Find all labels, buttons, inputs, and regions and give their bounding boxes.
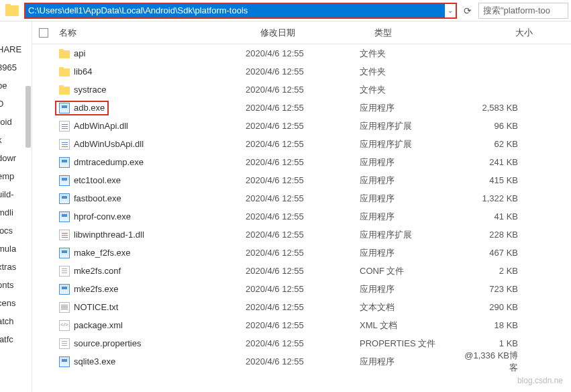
- refresh-button[interactable]: ⟳: [460, 3, 476, 19]
- file-type: 文本文档: [360, 301, 462, 313]
- sidebar-item[interactable]: latfc: [0, 330, 21, 348]
- folder-icon: [59, 87, 70, 95]
- file-row[interactable]: sqlite3.exe 2020/4/6 12:55 应用程序 @1,336 K…: [32, 352, 571, 371]
- file-type: 应用程序: [360, 356, 462, 368]
- search-input[interactable]: 搜索"platform-too: [478, 3, 568, 19]
- file-row[interactable]: dmtracedump.exe 2020/4/6 12:55 应用程序 241 …: [32, 153, 571, 171]
- sidebar-item[interactable]: HARE: [0, 40, 21, 58]
- file-size: 2,583 KB: [462, 103, 529, 113]
- sidebar-item[interactable]: mula: [0, 240, 21, 258]
- file-name: AdbWinUsbApi.dll: [74, 139, 144, 149]
- file-date: 2020/4/6 12:55: [246, 266, 360, 276]
- file-row[interactable]: etc1tool.exe 2020/4/6 12:55 应用程序 415 KB: [32, 171, 571, 189]
- file-row[interactable]: make_f2fs.exe 2020/4/6 12:55 应用程序 467 KB: [32, 244, 571, 262]
- file-name: adb.exe: [74, 103, 105, 113]
- file-icon: [59, 338, 70, 349]
- sidebar-item[interactable]: atch: [0, 312, 21, 330]
- file-row[interactable]: libwinpthread-1.dll 2020/4/6 12:55 应用程序扩…: [32, 226, 571, 244]
- file-row[interactable]: api 2020/4/6 12:55 文件夹: [32, 44, 571, 62]
- file-size: 1 KB: [462, 338, 529, 348]
- dll-icon: [59, 121, 70, 132]
- file-name: NOTICE.txt: [74, 302, 118, 312]
- sidebar-item[interactable]: emp: [0, 167, 21, 185]
- file-size: 41 KB: [462, 211, 529, 222]
- file-size: 96 KB: [462, 121, 529, 131]
- sidebar-item[interactable]: onts: [0, 276, 21, 294]
- file-row[interactable]: systrace 2020/4/6 12:55 文件夹: [32, 81, 571, 99]
- file-type: 文件夹: [360, 66, 462, 78]
- file-name: dmtracedump.exe: [74, 157, 144, 167]
- file-name: api: [74, 48, 85, 58]
- file-type: 应用程序扩展: [360, 120, 462, 132]
- sidebar-item[interactable]: be: [0, 77, 21, 95]
- column-name[interactable]: 名称: [59, 27, 260, 39]
- dll-icon: [59, 230, 70, 240]
- file-date: 2020/4/6 12:55: [246, 302, 360, 312]
- file-type: 应用程序扩展: [360, 229, 462, 241]
- file-type: 应用程序扩展: [360, 138, 462, 150]
- file-date: 2020/4/6 12:55: [246, 193, 360, 203]
- toolbar: C:\Users\dell1\AppData\Local\Android\Sdk…: [0, 0, 571, 21]
- sidebar-scrollbar-thumb[interactable]: [25, 86, 31, 148]
- file-date: 2020/4/6 12:55: [246, 48, 360, 58]
- file-size: 241 KB: [462, 157, 529, 167]
- file-row[interactable]: mke2fs.exe 2020/4/6 12:55 应用程序 723 KB: [32, 280, 571, 298]
- address-dropdown-icon[interactable]: ⌄: [445, 7, 456, 14]
- file-type: 应用程序: [360, 175, 462, 187]
- sidebar-item[interactable]: roid: [0, 113, 21, 131]
- column-size[interactable]: 大小: [476, 27, 543, 39]
- file-type: CONF 文件: [360, 265, 462, 277]
- file-row[interactable]: lib64 2020/4/6 12:55 文件夹: [32, 62, 571, 81]
- exe-icon: [59, 356, 70, 367]
- file-date: 2020/4/6 12:55: [246, 121, 360, 131]
- file-type: 文件夹: [360, 84, 462, 96]
- file-name: etc1tool.exe: [74, 175, 121, 185]
- file-name: make_f2fs.exe: [74, 248, 131, 258]
- file-size: 18 KB: [462, 320, 529, 330]
- file-name: hprof-conv.exe: [74, 211, 131, 222]
- file-row[interactable]: hprof-conv.exe 2020/4/6 12:55 应用程序 41 KB: [32, 207, 571, 226]
- sidebar[interactable]: HARE3965beDroidkdowrempuild-mdlilocsmula…: [0, 21, 32, 392]
- file-type: 应用程序: [360, 211, 462, 223]
- file-date: 2020/4/6 12:55: [246, 175, 360, 185]
- highlight-box: adb.exe: [55, 101, 109, 115]
- file-row[interactable]: mke2fs.conf 2020/4/6 12:55 CONF 文件 2 KB: [32, 262, 571, 280]
- sidebar-item[interactable]: cens: [0, 294, 21, 312]
- file-row[interactable]: AdbWinApi.dll 2020/4/6 12:55 应用程序扩展 96 K…: [32, 117, 571, 135]
- address-bar-highlight: C:\Users\dell1\AppData\Local\Android\Sdk…: [24, 3, 457, 19]
- file-date: 2020/4/6 12:55: [246, 66, 360, 77]
- file-list: 名称 修改日期 类型 大小 api 2020/4/6 12:55 文件夹 lib…: [32, 21, 571, 392]
- dll-icon: [59, 139, 70, 150]
- file-row[interactable]: AdbWinUsbApi.dll 2020/4/6 12:55 应用程序扩展 6…: [32, 135, 571, 153]
- file-row[interactable]: NOTICE.txt 2020/4/6 12:55 文本文档 290 KB: [32, 298, 571, 316]
- file-size: @1,336 KB博客: [462, 350, 529, 374]
- file-size: 723 KB: [462, 284, 529, 294]
- file-row[interactable]: package.xml 2020/4/6 12:55 XML 文档 18 KB: [32, 316, 571, 334]
- column-date[interactable]: 修改日期: [260, 27, 374, 39]
- folder-icon: [59, 68, 70, 77]
- file-size: 228 KB: [462, 230, 529, 240]
- sidebar-item[interactable]: k: [0, 131, 21, 149]
- sidebar-item[interactable]: uild-: [0, 185, 21, 203]
- file-date: 2020/4/6 12:55: [246, 85, 360, 95]
- file-row[interactable]: adb.exe 2020/4/6 12:55 应用程序 2,583 KB: [32, 99, 571, 117]
- sidebar-item[interactable]: locs: [0, 222, 21, 240]
- file-date: 2020/4/6 12:55: [246, 320, 360, 330]
- txt-icon: [59, 302, 70, 313]
- file-type: 应用程序: [360, 247, 462, 259]
- file-name: lib64: [74, 66, 92, 77]
- file-row[interactable]: fastboot.exe 2020/4/6 12:55 应用程序 1,322 K…: [32, 189, 571, 207]
- address-bar[interactable]: C:\Users\dell1\AppData\Local\Android\Sdk…: [25, 4, 445, 17]
- file-type: 应用程序: [360, 193, 462, 205]
- select-all-checkbox[interactable]: [39, 28, 48, 38]
- file-date: 2020/4/6 12:55: [246, 139, 360, 149]
- exe-icon: [59, 103, 70, 113]
- sidebar-item[interactable]: 3965: [0, 58, 21, 77]
- file-name: source.properties: [74, 338, 141, 348]
- file-date: 2020/4/6 12:55: [246, 338, 360, 348]
- sidebar-item[interactable]: dowr: [0, 149, 21, 167]
- sidebar-item[interactable]: xtras: [0, 258, 21, 276]
- column-type[interactable]: 类型: [374, 27, 476, 39]
- sidebar-item[interactable]: D: [0, 95, 21, 113]
- sidebar-item[interactable]: mdli: [0, 203, 21, 222]
